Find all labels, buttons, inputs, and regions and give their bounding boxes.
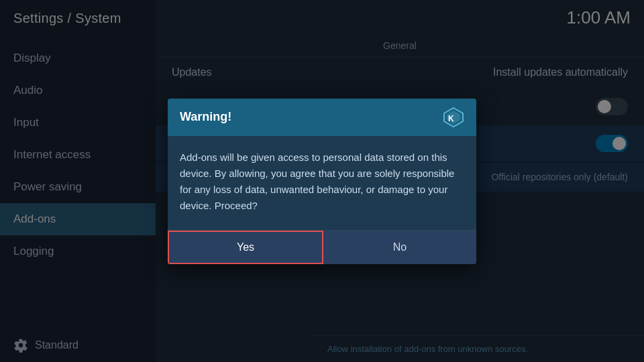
modal-title: Warning! <box>180 110 231 124</box>
modal-footer: Yes No <box>168 230 476 264</box>
svg-text:K: K <box>448 114 454 123</box>
modal-overlay: Warning! K Add-ons will be given access … <box>0 0 644 362</box>
kodi-logo-icon: K <box>443 107 464 128</box>
modal-body: Add-ons will be given access to personal… <box>168 136 476 230</box>
warning-dialog: Warning! K Add-ons will be given access … <box>168 99 476 264</box>
yes-button[interactable]: Yes <box>168 231 323 264</box>
no-button[interactable]: No <box>323 231 476 264</box>
modal-header: Warning! K <box>168 99 476 136</box>
